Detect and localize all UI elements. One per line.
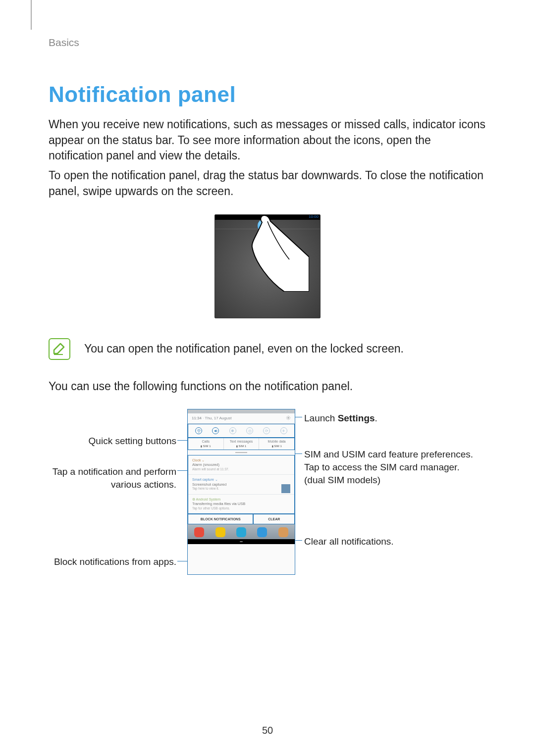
sim-preferences-row: Calls▮ SIM 1 Text messages▮ SIM 1 Mobile… <box>188 438 295 450</box>
note-text: You can open the notification panel, eve… <box>84 342 404 355</box>
note-icon <box>49 338 70 360</box>
svg-point-5 <box>288 417 289 419</box>
notification-item-2: Smart capture ⌄ Screenshot captured Tap … <box>188 475 294 494</box>
quick-settings-row: ✱ ◎ ⟳ ✈ <box>188 424 295 438</box>
rotate-icon: ⟳ <box>263 427 270 434</box>
callout-block-apps: Block notifications from apps. <box>49 555 176 568</box>
figure-time: 10:00 <box>309 214 319 219</box>
screenshot-thumbnail-icon <box>281 484 290 493</box>
hand-icon <box>235 212 309 292</box>
figure-swipe-down: 10:00 <box>214 214 321 318</box>
callout-launch-settings-bold: Settings <box>338 413 375 423</box>
sim-col3-title: Mobile data <box>259 440 294 444</box>
airplane-icon: ✈ <box>280 427 287 434</box>
paragraph-3: You can use the following functions on t… <box>49 379 486 395</box>
callout-clear: Clear all notifications. <box>304 535 478 548</box>
callout-launch-settings: Launch Settings. <box>304 412 478 425</box>
callout-quick-settings: Quick setting buttons <box>49 435 176 448</box>
sim-col2-title: Text messages <box>224 440 259 444</box>
callout-sim: SIM and USIM card feature preferences. T… <box>304 448 482 486</box>
notif2-title: Screenshot captured <box>192 482 290 487</box>
notif1-title: Alarm (snoozed) <box>192 462 290 467</box>
paragraph-2: To open the notification panel, drag the… <box>49 168 486 199</box>
sound-icon <box>212 427 219 434</box>
notif2-app: Smart capture ⌄ <box>192 477 290 482</box>
paragraph-1: When you receive new notifications, such… <box>49 117 486 164</box>
sim-col3-sub: SIM 1 <box>274 445 282 448</box>
chapter-label: Basics <box>49 37 486 49</box>
clear-button: CLEAR <box>253 514 295 524</box>
page-number: 50 <box>0 725 535 736</box>
callout-launch-settings-prefix: Launch <box>304 413 338 423</box>
bluetooth-icon: ✱ <box>229 427 236 434</box>
notification-panel-diagram: Quick setting buttons Tap a notification… <box>49 409 486 587</box>
notif3-app: Android System <box>196 498 220 501</box>
phone-header-date: Thu, 17 August <box>205 416 232 420</box>
notif1-sub: Alarm will sound at 11:37. <box>192 467 290 471</box>
notif3-title: Transferring media files via USB <box>192 502 290 506</box>
app-dock <box>188 524 295 539</box>
page-title: Notification panel <box>49 82 486 107</box>
sim-col1-title: Calls <box>188 440 223 444</box>
notif1-app: Clock ⌄ <box>192 458 290 462</box>
notification-item-3: ⚙ Android System Transferring media file… <box>188 495 294 513</box>
wifi-icon <box>195 427 202 434</box>
callout-launch-settings-suffix: . <box>375 413 377 423</box>
location-icon: ◎ <box>246 427 253 434</box>
notif3-sub: Tap for other USB options. <box>192 506 290 510</box>
phone-header-time: 11:34 <box>192 416 202 420</box>
callout-tap-notification: Tap a notification and perform various a… <box>49 465 176 491</box>
gear-icon <box>286 415 291 420</box>
svg-point-6 <box>198 432 199 432</box>
block-notifications-button: BLOCK NOTIFICATIONS <box>188 514 253 524</box>
phone-mockup: 11:34 · Thu, 17 August ✱ ◎ ⟳ ✈ Calls▮ SI… <box>187 409 295 575</box>
sim-col1-sub: SIM 1 <box>203 445 211 448</box>
notification-item-1: Clock ⌄ Alarm (snoozed) Alarm will sound… <box>188 455 294 475</box>
notif2-sub: Tap here to view it. <box>192 487 290 491</box>
sim-col2-sub: SIM 1 <box>239 445 247 448</box>
